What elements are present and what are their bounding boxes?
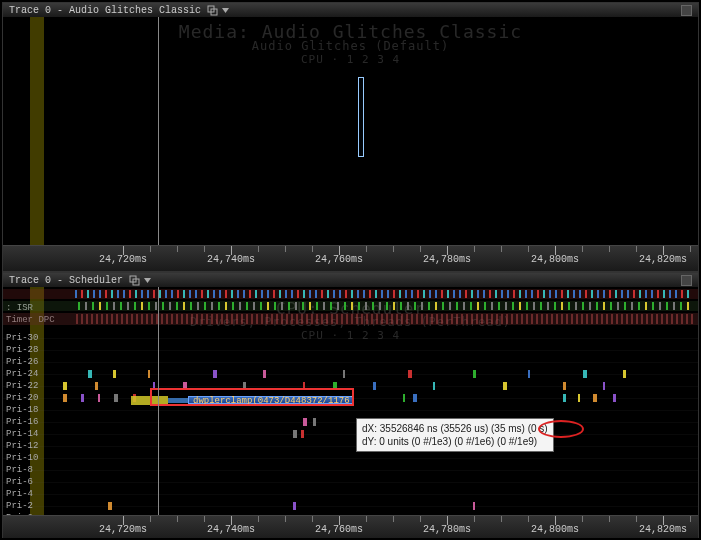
time-tick-label: 24,740ms <box>207 524 255 535</box>
thread-event[interactable] <box>114 394 118 402</box>
panel-body-bottom[interactable]: CPU: Scheduler Drivers, Processes, Threa… <box>3 287 698 540</box>
triangle-down-icon[interactable] <box>220 5 231 16</box>
svg-marker-2 <box>222 8 229 13</box>
time-tick-label: 24,800ms <box>531 254 579 265</box>
thread-event[interactable] <box>303 382 305 390</box>
thread-event[interactable] <box>593 394 597 402</box>
svg-marker-5 <box>144 278 151 283</box>
time-tick-label: 24,720ms <box>99 524 147 535</box>
overlay-subtitle-glitches: Audio Glitches (Default) <box>3 39 698 53</box>
thread-event[interactable] <box>473 370 476 378</box>
thread-event[interactable] <box>293 502 296 510</box>
time-tick-label: 24,720ms <box>99 254 147 265</box>
thread-event[interactable] <box>578 394 580 402</box>
time-tick-label: 24,820ms <box>639 254 687 265</box>
thread-event[interactable] <box>473 502 475 510</box>
time-axis-top[interactable]: 24,720ms24,740ms24,760ms24,780ms24,800ms… <box>3 245 698 271</box>
detach-icon[interactable] <box>207 5 218 16</box>
thread-event[interactable] <box>113 370 116 378</box>
thread-event[interactable] <box>213 370 217 378</box>
panel-header-bottom[interactable]: Trace 0 - Scheduler <box>3 273 698 287</box>
thread-event[interactable] <box>333 382 337 390</box>
thread-event[interactable] <box>313 418 316 426</box>
thread-event[interactable] <box>63 382 67 390</box>
time-tick-label: 24,820ms <box>639 524 687 535</box>
measurement-tooltip: dX: 35526846 ns (35526 us) (35 ms) (0 s)… <box>356 418 554 452</box>
panel-menu-icon[interactable] <box>681 5 692 16</box>
panel-menu-icon[interactable] <box>681 275 692 286</box>
panel-header-top[interactable]: Trace 0 - Audio Glitches Classic <box>3 3 698 17</box>
time-tick-label: 24,800ms <box>531 524 579 535</box>
thread-event[interactable] <box>373 382 376 390</box>
thread-event[interactable] <box>503 382 507 390</box>
tooltip-line1-post: ) (0 s) <box>522 423 548 434</box>
thread-event[interactable] <box>183 382 187 390</box>
thread-event[interactable] <box>408 370 412 378</box>
audio-glitch-marker[interactable] <box>358 77 364 157</box>
time-tick-label: 24,780ms <box>423 254 471 265</box>
triangle-down-icon[interactable] <box>142 275 153 286</box>
thread-event[interactable] <box>81 394 84 402</box>
thread-event[interactable] <box>301 430 304 438</box>
thread-event[interactable] <box>613 394 616 402</box>
thread-event[interactable] <box>98 394 100 402</box>
thread-event[interactable] <box>403 394 405 402</box>
pri20-activity-block2[interactable] <box>168 398 188 403</box>
scheduler-tracks[interactable]: dwplerclamp(0473/D448372/1176) <box>3 287 698 515</box>
thread-event[interactable] <box>433 382 435 390</box>
thread-event[interactable] <box>583 370 587 378</box>
thread-event[interactable] <box>528 370 530 378</box>
thread-event[interactable] <box>243 382 246 390</box>
panel-body-top[interactable]: Media: Audio Glitches Classic Audio Glit… <box>3 17 698 271</box>
selected-span-label: dwplerclamp(0473/D448372/1176) <box>193 396 355 406</box>
tooltip-line2: dY: 0 units (0 #/1e3) (0 #/1e6) (0 #/1e9… <box>362 435 548 448</box>
overlay-title-media: Media: Audio Glitches Classic <box>3 21 698 42</box>
pri20-activity-block[interactable] <box>131 396 168 405</box>
tooltip-line1-pre: dX: 35526846 ns (35526 us) ( <box>362 423 494 434</box>
thread-event[interactable] <box>95 382 98 390</box>
thread-event[interactable] <box>153 382 155 390</box>
time-tick-label: 24,740ms <box>207 254 255 265</box>
thread-event[interactable] <box>63 394 67 402</box>
overlay-cpu-list-top: CPU · 1 2 3 4 <box>3 53 698 66</box>
thread-event[interactable] <box>413 394 417 402</box>
thread-event[interactable] <box>148 370 150 378</box>
panel-title-bottom: Trace 0 - Scheduler <box>9 275 123 286</box>
time-tick-label: 24,760ms <box>315 254 363 265</box>
time-tick-label: 24,780ms <box>423 524 471 535</box>
time-selection-stripe <box>30 17 44 271</box>
detach-icon[interactable] <box>129 275 140 286</box>
tooltip-line1-circled: 35 ms <box>494 422 521 435</box>
selected-thread-span[interactable]: dwplerclamp(0473/D448372/1176) <box>188 396 353 404</box>
thread-event[interactable] <box>88 370 92 378</box>
time-tick-label: 24,760ms <box>315 524 363 535</box>
thread-event[interactable] <box>623 370 626 378</box>
panel-title-top: Trace 0 - Audio Glitches Classic <box>9 5 201 16</box>
thread-event[interactable] <box>108 502 112 510</box>
thread-event[interactable] <box>563 394 566 402</box>
thread-event[interactable] <box>343 370 345 378</box>
panel-audio-glitches: Trace 0 - Audio Glitches Classic Media: … <box>2 2 699 272</box>
thread-event[interactable] <box>603 382 605 390</box>
time-axis-bottom[interactable]: 24,720ms24,740ms24,760ms24,780ms24,800ms… <box>3 515 698 540</box>
thread-event[interactable] <box>303 418 307 426</box>
time-cursor-top[interactable] <box>158 17 159 271</box>
time-cursor-bottom[interactable] <box>158 287 159 540</box>
thread-event[interactable] <box>563 382 566 390</box>
thread-event[interactable] <box>293 430 297 438</box>
thread-event[interactable] <box>263 370 266 378</box>
panel-scheduler: Trace 0 - Scheduler CPU: Scheduler Drive… <box>2 272 699 540</box>
